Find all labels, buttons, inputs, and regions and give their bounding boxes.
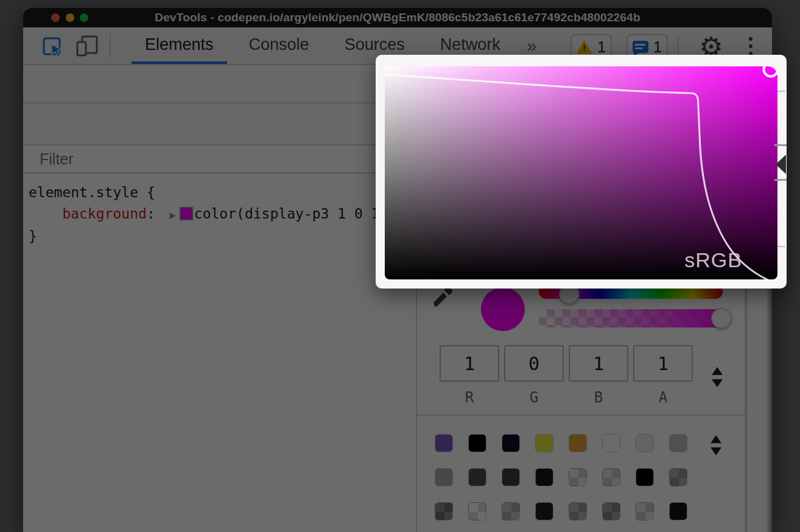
palette-swatch[interactable] <box>535 468 553 486</box>
open-brace: { <box>147 184 155 200</box>
alpha-gradient <box>539 309 728 327</box>
palette-swatch[interactable] <box>535 434 553 452</box>
channel-b: 1B <box>569 345 628 406</box>
channel-b-input[interactable]: 1 <box>569 345 628 382</box>
palette-swatch[interactable] <box>535 502 553 520</box>
color-selection-ring <box>764 66 778 77</box>
picker-separator <box>416 415 747 416</box>
property-value[interactable]: color(display-p3 1 0 1); <box>194 206 396 222</box>
palette-swatch[interactable] <box>669 434 687 452</box>
palette-swatch[interactable] <box>569 468 587 486</box>
tab-console[interactable]: Console <box>236 27 323 64</box>
palette-swatch[interactable] <box>569 502 587 520</box>
palette-swatch[interactable] <box>569 434 587 452</box>
channel-g-label: G <box>504 389 564 406</box>
saturation-lightness-gradient[interactable]: sRGB <box>385 66 777 279</box>
property-name[interactable]: background <box>62 206 146 222</box>
palette-swatch[interactable] <box>468 502 486 520</box>
alpha-slider-handle[interactable] <box>711 308 732 329</box>
style-rule: element.style { background: ▶color(displ… <box>29 182 412 247</box>
palette-swatch[interactable] <box>636 434 654 452</box>
gamut-label: sRGB <box>684 248 742 272</box>
property-colon: : <box>147 206 164 222</box>
palette-swatch[interactable] <box>669 468 687 486</box>
channel-b-label: B <box>569 389 628 406</box>
message-icon <box>633 41 648 53</box>
channel-row: 1R0G1B1A <box>440 345 693 406</box>
traffic-light-minimize[interactable] <box>66 13 74 22</box>
palette-swatch[interactable] <box>502 468 520 486</box>
titlebar: DevTools - codepen.io/argyleink/pen/QWBg… <box>23 8 772 27</box>
palette-swatch[interactable] <box>669 502 687 520</box>
warning-icon <box>577 40 592 54</box>
channel-a-input[interactable]: 1 <box>633 345 693 382</box>
palette-swatch[interactable] <box>602 502 620 520</box>
palette-swatch[interactable] <box>435 434 453 452</box>
palette-swatch[interactable] <box>602 468 620 486</box>
channel-g: 0G <box>504 345 564 406</box>
palette-swatch[interactable] <box>502 502 520 520</box>
palette-swatch[interactable] <box>468 468 486 486</box>
styles-filter-input[interactable] <box>38 150 282 169</box>
message-count: 1 <box>653 38 662 57</box>
rule-selector[interactable]: element.style <box>29 184 138 200</box>
tab-elements[interactable]: Elements <box>132 27 227 64</box>
frame-line <box>774 179 787 181</box>
palette-swatch[interactable] <box>502 434 520 452</box>
channel-a: 1A <box>633 345 693 406</box>
frame-tick <box>777 246 785 247</box>
channel-r-label: R <box>440 389 499 406</box>
traffic-light-close[interactable] <box>51 13 60 22</box>
frame-line <box>774 144 787 146</box>
channel-r-input[interactable]: 1 <box>440 345 499 382</box>
close-brace: } <box>29 228 37 244</box>
palette-swatch[interactable] <box>636 502 654 520</box>
device-toolbar-icon[interactable] <box>75 35 99 58</box>
magnified-color-field-popup: sRGB <box>376 55 787 289</box>
palette-swatch[interactable] <box>468 434 486 452</box>
color-swatch[interactable] <box>180 207 193 220</box>
alpha-slider[interactable] <box>539 309 728 327</box>
spinner-up-icon[interactable] <box>711 435 721 443</box>
palette-swatch[interactable] <box>435 468 453 486</box>
spinner-down-icon[interactable] <box>711 447 721 455</box>
frame-tick <box>777 91 785 92</box>
shade-arrow-icon <box>776 155 786 174</box>
palette-swatch[interactable] <box>435 502 453 520</box>
palette-grid <box>435 434 687 520</box>
spinner-up-icon[interactable] <box>712 367 723 375</box>
palette-swatch[interactable] <box>602 434 620 452</box>
warning-count: 1 <box>597 38 606 57</box>
inspect-element-icon[interactable] <box>41 35 65 58</box>
disclosure-triangle-icon[interactable]: ▶ <box>164 209 180 221</box>
palette-swatch[interactable] <box>636 468 654 486</box>
channel-format-spinner[interactable] <box>712 367 723 387</box>
channel-g-input[interactable]: 0 <box>504 345 564 382</box>
current-color-swatch <box>481 287 525 331</box>
traffic-light-zoom[interactable] <box>80 13 88 22</box>
window-title: DevTools - codepen.io/argyleink/pen/QWBg… <box>155 11 640 24</box>
more-options-icon[interactable] <box>749 37 753 55</box>
palette-switcher-spinner[interactable] <box>711 435 721 455</box>
channel-r: 1R <box>440 345 499 406</box>
channel-a-label: A <box>633 389 693 406</box>
spinner-down-icon[interactable] <box>712 379 723 387</box>
